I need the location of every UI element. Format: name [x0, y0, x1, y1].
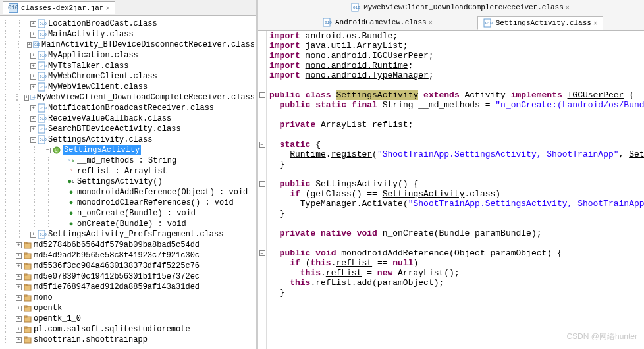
tree-item[interactable]: ⋮+md5f1e768947aed912da8859af143a31ded	[1, 282, 255, 292]
expand-toggle[interactable]: +	[30, 63, 36, 69]
expand-toggle[interactable]: +	[16, 306, 22, 311]
close-icon[interactable]: ✕	[593, 19, 597, 27]
tree-item[interactable]: ⋮+pl.com.salsoft.sqlitestudioremote	[1, 324, 255, 335]
tree-item[interactable]: ⋮⋮+010SearchBTDeviceActivity.class	[1, 124, 255, 134]
tree-item[interactable]: ⋮⋮⋮⋮●monodroidAddReference(Object) : voi…	[1, 187, 255, 198]
expand-toggle[interactable]: +	[30, 21, 36, 27]
tree-item[interactable]: ⋮⋮⋮⋮●onCreate(Bundle) : void	[1, 219, 255, 229]
expand-toggle[interactable]: +	[16, 274, 22, 280]
expand-toggle[interactable]: +	[30, 116, 36, 122]
code-line[interactable]: }	[269, 159, 644, 169]
code-line[interactable]: if (this.refList == null)	[269, 258, 644, 268]
expand-toggle[interactable]: +	[30, 126, 36, 132]
tree-item[interactable]: ⋮⋮+010MyApplication.class	[1, 50, 255, 61]
code-editor[interactable]: −−−− import android.os.Bundle;import jav…	[258, 31, 644, 349]
close-icon[interactable]: ✕	[429, 18, 433, 26]
fold-toggle[interactable]: −	[259, 250, 265, 256]
fold-toggle[interactable]: −	[259, 92, 265, 98]
fold-gutter[interactable]: −−−−	[258, 31, 267, 349]
tree-item[interactable]: ⋮⋮+010MainActivity.class	[1, 29, 255, 40]
fold-toggle[interactable]: −	[259, 181, 265, 187]
tree-item[interactable]: ⋮+md52784b6b6564df579ab09ba8bad5c54dd	[1, 240, 255, 250]
fold-toggle[interactable]: −	[259, 142, 265, 148]
close-icon[interactable]: ✕	[105, 4, 109, 12]
tree-item[interactable]: ⋮⋮+010MyWebViewClient_DownloadCompleteRe…	[1, 92, 255, 103]
code-line[interactable]	[269, 80, 644, 90]
code-line[interactable]: private native void n_onCreate(Bundle pa…	[269, 228, 644, 238]
expand-toggle[interactable]: +	[16, 284, 22, 290]
code-line[interactable]: }	[269, 288, 644, 298]
tree-item[interactable]: ⋮⋮+010SettingsActivity_PrefsFragement.cl…	[1, 229, 255, 240]
editor-tab[interactable]: 010MyWebViewClient_DownloadCompleteRecei…	[346, 1, 575, 13]
code-line[interactable]: Runtime.register("ShootTrainApp.Settings…	[269, 149, 644, 159]
expand-toggle[interactable]: +	[16, 263, 22, 269]
tree-item[interactable]: ⋮+md5e07839f0c19412b56301b1f15e7372ec	[1, 271, 255, 282]
class-file-icon: 010	[38, 114, 47, 123]
code-line[interactable]: public static final String __md_methods …	[269, 100, 644, 110]
tree-item[interactable]: ⋮⋮+010MainActivity_BTDeviceDisconnectRec…	[1, 40, 255, 50]
tree-item[interactable]: ⋮⋮+010MyWebViewClient.class	[1, 82, 255, 92]
expand-toggle[interactable]: +	[16, 295, 22, 301]
expand-toggle[interactable]: +	[16, 337, 22, 343]
code-line[interactable]: import java.util.ArrayList;	[269, 41, 644, 51]
code-line[interactable]: this.refList = new ArrayList();	[269, 268, 644, 278]
code-line[interactable]: public class SettingsActivity extends Ac…	[269, 90, 644, 100]
code-line[interactable]: TypeManager.Activate("ShootTrainApp.Sett…	[269, 199, 644, 209]
tree-item[interactable]: ⋮⋮+010MyWebChromeClient.class	[1, 71, 255, 82]
editor-tab[interactable]: 010SettingsActivity.class ✕	[477, 16, 603, 30]
tree-item[interactable]: ⋮⋮⋮⋮●n_onCreate(Bundle) : void	[1, 208, 255, 219]
package-tree[interactable]: ⋮⋮+010LocationBroadCast.class⋮⋮+010MainA…	[0, 16, 256, 349]
tree-item[interactable]: ⋮⋮⋮⋮●monodroidClearReferences() : void	[1, 198, 255, 208]
code-line[interactable]	[269, 110, 644, 120]
tree-item[interactable]: ⋮+shoottrain.shoottrainapp	[1, 335, 255, 345]
code-line[interactable]: this.refList.add(paramObject);	[269, 278, 644, 288]
close-icon[interactable]: ✕	[566, 3, 570, 11]
code-line[interactable]: if (getClass() == SettingsActivity.class…	[269, 189, 644, 199]
code-line[interactable]: static {	[269, 140, 644, 149]
tree-item[interactable]: ⋮⋮⋮⋮●CSettingsActivity()	[1, 176, 255, 187]
tree-item[interactable]: ⋮⋮+010NotificationBroadcastReceiver.clas…	[1, 103, 255, 113]
tree-item[interactable]: ⋮+opentk_1_0	[1, 313, 255, 324]
expand-toggle[interactable]: −	[45, 148, 51, 153]
tree-item[interactable]: ⋮+opentk	[1, 303, 255, 313]
code-line[interactable]: }	[269, 209, 644, 219]
svg-text:010: 010	[40, 106, 47, 111]
expand-toggle[interactable]: +	[16, 327, 22, 333]
code-line[interactable]: import mono.android.Runtime;	[269, 61, 644, 70]
tree-item[interactable]: ⋮⋮⋮−CSettingsActivity	[1, 145, 255, 155]
editor-tab[interactable]: 010AndroidGameView.class ✕	[317, 16, 438, 28]
tree-item[interactable]: ⋮⋮+010ReceiveValueCallback.class	[1, 113, 255, 124]
code-line[interactable]: public void monodroidAddReference(Object…	[269, 248, 644, 258]
code-line[interactable]	[269, 238, 644, 248]
tree-item[interactable]: ⋮+md54d9ad2b9565e58c8f41923c7f921c30c	[1, 250, 255, 261]
code-line[interactable]: import mono.android.IGCUserPeer;	[269, 51, 644, 61]
code-line[interactable]: private ArrayList refList;	[269, 120, 644, 130]
expand-toggle[interactable]: +	[30, 84, 36, 90]
code-area[interactable]: import android.os.Bundle;import java.uti…	[267, 31, 644, 349]
code-line[interactable]: import mono.android.TypeManager;	[269, 70, 644, 80]
code-line[interactable]: import android.os.Bundle;	[269, 31, 644, 41]
code-line[interactable]: public SettingsActivity() {	[269, 179, 644, 189]
tree-item[interactable]: ⋮+mono	[1, 292, 255, 303]
tree-item[interactable]: ⋮+md5536f3cc904a4630138373df4f5225c76	[1, 261, 255, 271]
expand-toggle[interactable]: +	[24, 95, 29, 101]
expand-toggle[interactable]: +	[30, 232, 36, 238]
tree-item[interactable]: ⋮⋮⋮⋮▫refList : ArrayList	[1, 166, 255, 176]
tree-item[interactable]: ⋮⋮−010SettingsActivity.class	[1, 134, 255, 145]
code-line[interactable]	[269, 219, 644, 228]
expand-toggle[interactable]: −	[30, 137, 36, 143]
expand-toggle[interactable]: +	[30, 105, 36, 111]
expand-toggle[interactable]: +	[16, 253, 22, 259]
expand-toggle[interactable]: +	[30, 32, 36, 38]
tree-item[interactable]: ⋮⋮⋮⋮◦S__md_methods : String	[1, 155, 255, 166]
expand-toggle[interactable]: +	[16, 242, 22, 248]
expand-toggle[interactable]: +	[30, 53, 36, 59]
expand-toggle[interactable]: +	[16, 316, 22, 322]
tree-item[interactable]: ⋮⋮+010MyTtsTalker.class	[1, 61, 255, 71]
code-line[interactable]	[269, 130, 644, 140]
code-line[interactable]	[269, 169, 644, 179]
tree-tab[interactable]: 010 classes-dex2jar.jar ✕	[3, 1, 115, 14]
expand-toggle[interactable]: +	[27, 42, 32, 48]
expand-toggle[interactable]: +	[30, 74, 36, 80]
tree-item[interactable]: ⋮⋮+010LocationBroadCast.class	[1, 18, 255, 29]
